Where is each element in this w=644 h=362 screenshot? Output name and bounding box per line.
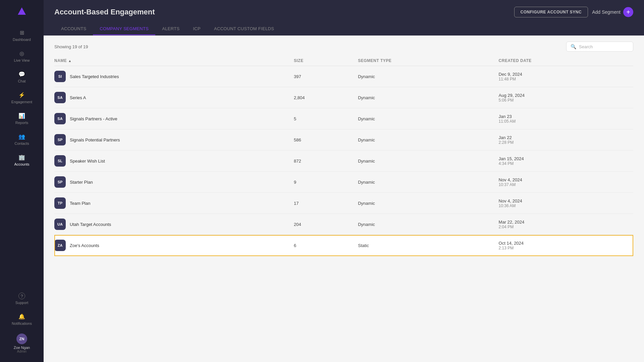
cell-name: SP Signals Potential Partners: [54, 129, 290, 150]
tab-company-segments[interactable]: COMPANY SEGMENTS: [93, 23, 155, 35]
cell-name: SI Sales Targeted Industries: [54, 66, 290, 87]
date-primary: Aug 29, 2024: [499, 93, 629, 98]
date-primary: Jan 15, 2024: [499, 156, 629, 161]
cell-type: Dynamic: [354, 193, 494, 214]
tab-alerts[interactable]: ALERTS: [155, 23, 186, 35]
sidebar-item-live-view[interactable]: ◎ Live View: [3, 46, 40, 66]
date-primary: Oct 14, 2024: [499, 241, 629, 246]
sidebar-item-label: Support: [15, 301, 29, 305]
segment-name: Utah Target Accounts: [70, 222, 111, 227]
cell-date: Nov 4, 2024 10:36 AM: [495, 193, 633, 214]
header-top: Account-Based Engagement CONFIGURE ACCOU…: [54, 7, 633, 17]
segment-name: Series A: [70, 95, 86, 100]
add-segment-label: Add Segment: [592, 9, 621, 15]
cell-date: Jan 22 2:28 PM: [495, 129, 633, 150]
cell-name: ZA Zoe's Accounts: [54, 235, 290, 256]
table-row[interactable]: SP Signals Potential Partners 586 Dynami…: [54, 129, 633, 150]
table-row[interactable]: TP Team Plan 17 Dynamic Nov 4, 2024 10:3…: [54, 193, 633, 214]
cell-name: TP Team Plan: [54, 193, 290, 214]
segment-avatar: SA: [54, 113, 66, 124]
table-header: NAME ▲ SIZE SEGMENT TYPE CREATED DATE: [54, 56, 633, 66]
segment-name: Signals Potential Partners: [70, 137, 120, 142]
date-time: 4:34 PM: [499, 161, 629, 166]
sidebar: ⊞ Dashboard ◎ Live View 💬 Chat ⚡ Engagem…: [0, 0, 44, 362]
cell-date: Jan 15, 2024 4:34 PM: [495, 150, 633, 172]
search-box[interactable]: 🔍: [566, 42, 633, 52]
table-body: SI Sales Targeted Industries 397 Dynamic…: [54, 66, 633, 256]
date-primary: Jan 23: [499, 114, 629, 119]
sidebar-item-reports[interactable]: 📊 Reports: [3, 109, 40, 128]
sidebar-item-label: Contacts: [14, 141, 29, 145]
cell-type: Static: [354, 235, 494, 256]
segment-name: Sales Targeted Industries: [70, 74, 119, 79]
date-time: 2:13 PM: [499, 246, 629, 250]
col-created-date: CREATED DATE: [495, 56, 633, 66]
cell-size: 6: [290, 235, 354, 256]
sidebar-item-notifications[interactable]: 🔔 Notifications: [3, 309, 40, 329]
configure-account-sync-button[interactable]: CONFIGURE ACCOUNT SYNC: [514, 7, 588, 17]
table-row[interactable]: SL Speaker Wish List 872 Dynamic Jan 15,…: [54, 150, 633, 172]
dashboard-icon: ⊞: [18, 29, 25, 36]
cell-type: Dynamic: [354, 87, 494, 108]
cell-type: Dynamic: [354, 129, 494, 150]
reports-icon: 📊: [18, 112, 25, 119]
sidebar-item-dashboard[interactable]: ⊞ Dashboard: [3, 25, 40, 45]
cell-type: Dynamic: [354, 108, 494, 129]
table-row[interactable]: UA Utah Target Accounts 204 Dynamic Mar …: [54, 214, 633, 235]
table-row[interactable]: ZA Zoe's Accounts 6 Static Oct 14, 2024 …: [54, 235, 633, 256]
header: Account-Based Engagement CONFIGURE ACCOU…: [44, 0, 644, 36]
col-size: SIZE: [290, 56, 354, 66]
table-row[interactable]: SA Series A 2,804 Dynamic Aug 29, 2024 5…: [54, 87, 633, 108]
table-toolbar: Showing 19 of 19 🔍: [44, 36, 644, 56]
content-area: Showing 19 of 19 🔍 NAME ▲: [44, 36, 644, 362]
cell-size: 5: [290, 108, 354, 129]
search-icon: 🔍: [571, 44, 576, 49]
sidebar-item-support[interactable]: ? Support: [3, 289, 40, 308]
cell-date: Oct 14, 2024 2:13 PM: [495, 235, 633, 256]
cell-date: Mar 22, 2024 2:04 PM: [495, 214, 633, 235]
support-icon: ?: [18, 293, 25, 299]
date-time: 5:06 PM: [499, 98, 629, 103]
cell-size: 2,804: [290, 87, 354, 108]
segment-avatar: SP: [54, 134, 66, 145]
segment-name: Team Plan: [70, 201, 90, 206]
table-row[interactable]: SP Starter Plan 9 Dynamic Nov 4, 2024 10…: [54, 172, 633, 193]
cell-name: UA Utah Target Accounts: [54, 214, 290, 235]
tab-icp[interactable]: ICP: [186, 23, 207, 35]
date-primary: Mar 22, 2024: [499, 220, 629, 225]
segment-avatar: SP: [54, 176, 66, 188]
tab-account-custom-fields[interactable]: ACCOUNT CUSTOM FIELDS: [207, 23, 281, 35]
sidebar-item-label: Chat: [18, 79, 25, 83]
sidebar-item-chat[interactable]: 💬 Chat: [3, 67, 40, 86]
segment-name: Speaker Wish List: [70, 159, 105, 164]
table-row[interactable]: SA Signals Partners - Active 5 Dynamic J…: [54, 108, 633, 129]
segment-avatar: ZA: [54, 240, 66, 251]
notifications-icon: 🔔: [18, 313, 25, 320]
header-actions: CONFIGURE ACCOUNT SYNC Add Segment +: [514, 7, 633, 17]
date-primary: Jan 22: [499, 135, 629, 140]
search-input[interactable]: [579, 44, 629, 49]
date-primary: Dec 9, 2024: [499, 72, 629, 77]
sidebar-item-engagement[interactable]: ⚡ Engagement: [3, 88, 40, 107]
cell-size: 872: [290, 150, 354, 172]
sidebar-item-label: Accounts: [14, 162, 29, 166]
cell-type: Dynamic: [354, 66, 494, 87]
cell-name: SA Signals Partners - Active: [54, 108, 290, 129]
date-time: 2:28 PM: [499, 140, 629, 145]
add-segment-button[interactable]: Add Segment +: [592, 7, 633, 17]
date-primary: Nov 4, 2024: [499, 177, 629, 182]
user-profile[interactable]: ZN Zoe Ngan Admin: [3, 330, 40, 357]
sidebar-item-accounts[interactable]: 🏢 Accounts: [3, 150, 40, 170]
date-time: 11:05 AM: [499, 119, 629, 124]
table-row[interactable]: SI Sales Targeted Industries 397 Dynamic…: [54, 66, 633, 87]
tab-accounts[interactable]: ACCOUNTS: [54, 23, 93, 35]
sidebar-item-contacts[interactable]: 👥 Contacts: [3, 129, 40, 149]
segment-avatar: TP: [54, 197, 66, 209]
segments-table: NAME ▲ SIZE SEGMENT TYPE CREATED DATE SI…: [54, 56, 633, 256]
col-name: NAME ▲: [54, 56, 290, 66]
segment-name: Zoe's Accounts: [70, 243, 99, 248]
cell-type: Dynamic: [354, 172, 494, 193]
contacts-icon: 👥: [18, 133, 25, 140]
segment-name: Starter Plan: [70, 180, 93, 185]
tabs-nav: ACCOUNTS COMPANY SEGMENTS ALERTS ICP ACC…: [54, 23, 633, 35]
